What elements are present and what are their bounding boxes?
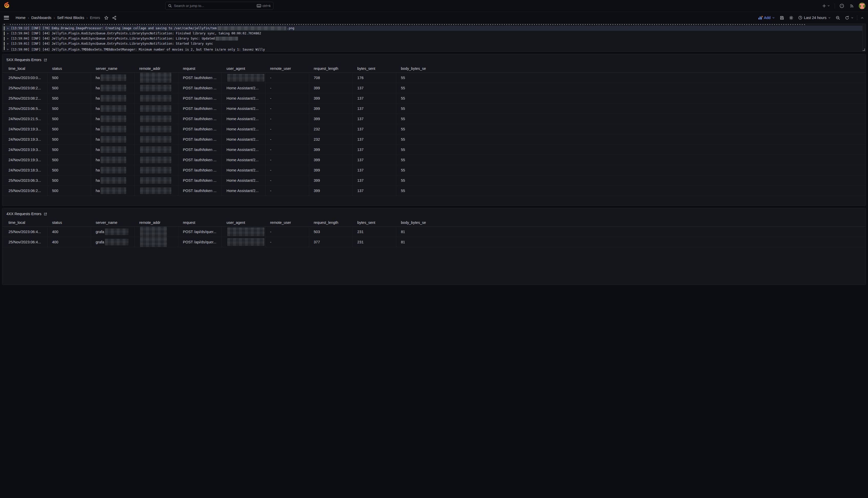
column-header-body_bytes_se[interactable]: body_bytes_se bbox=[396, 221, 434, 225]
log-row[interactable]: >[13:59:04] [INF] [44] Jellyfin.Plugin.K… bbox=[2, 36, 434, 41]
column-header-request_length[interactable]: request_length bbox=[309, 221, 353, 225]
cell-text: 399 bbox=[314, 117, 320, 121]
cell-text: POST /api/ds/quer... bbox=[183, 230, 216, 234]
table-cell: POST /auth/token ... bbox=[178, 134, 222, 144]
column-header-server_name[interactable]: server_name bbox=[91, 66, 135, 70]
cell-text: 137 bbox=[357, 96, 364, 100]
logs-panel: >[13:59:12] [INF] [70] Emby.Drawing.Imag… bbox=[2, 24, 434, 52]
redacted-text bbox=[227, 74, 265, 82]
table-cell bbox=[135, 155, 178, 165]
cell-text: 137 bbox=[357, 117, 364, 121]
cell-text: ha bbox=[96, 86, 100, 90]
expand-chevron-icon[interactable]: > bbox=[7, 37, 9, 40]
cell-text: POST /api/ds/quer... bbox=[183, 240, 216, 244]
table-row: 25/Nov/2023:06:3...500haPOST /auth/token… bbox=[2, 175, 434, 186]
menu-icon[interactable] bbox=[4, 16, 9, 19]
redacted-text bbox=[227, 227, 265, 236]
breadcrumb-dashboard-name[interactable]: Self Host Blocks bbox=[57, 16, 84, 20]
table-header: time_localstatusserver_nameremote_addrre… bbox=[2, 219, 434, 227]
cell-text: 399 bbox=[314, 189, 320, 193]
column-header-request_length[interactable]: request_length bbox=[309, 66, 353, 70]
column-header-remote_user[interactable]: remote_user bbox=[266, 221, 309, 225]
log-row[interactable]: >[13:59:04] [INF] [44] Jellyfin.Plugin.K… bbox=[2, 31, 434, 36]
log-row[interactable]: >[13:59:00] [INF] [44] Jellyfin.Plugin.T… bbox=[2, 46, 434, 52]
table-cell bbox=[135, 165, 178, 175]
top-nav: Search or jump to... ctrl+k ? bbox=[0, 0, 434, 12]
redacted-text bbox=[140, 146, 171, 153]
redacted-text bbox=[105, 228, 128, 235]
expand-chevron-icon[interactable]: > bbox=[7, 27, 9, 30]
column-header-bytes_sent[interactable]: bytes_sent bbox=[353, 221, 396, 225]
column-header-user_agent[interactable]: user_agent bbox=[222, 221, 266, 225]
log-message: [13:59:04] [INF] [44] Jellyfin.Plugin.Ko… bbox=[11, 31, 261, 35]
table-cell: 137 bbox=[353, 114, 396, 124]
log-row[interactable]: >[13:59:12] [INF] [70] Emby.Drawing.Imag… bbox=[2, 26, 434, 31]
log-row[interactable]: >[13:59:01] [INF] [44] Jellyfin.Plugin.K… bbox=[2, 41, 434, 46]
expand-chevron-icon[interactable]: > bbox=[7, 46, 9, 52]
column-header-request[interactable]: request bbox=[178, 221, 222, 225]
table-cell: 55 bbox=[396, 124, 434, 134]
external-link-icon[interactable] bbox=[44, 58, 47, 62]
table-cell: 137 bbox=[353, 93, 396, 103]
grafana-logo[interactable] bbox=[4, 2, 11, 9]
cell-text: 55 bbox=[401, 96, 405, 100]
redacted-text bbox=[100, 187, 126, 194]
panel-title[interactable]: 4XX Requests Errors bbox=[6, 212, 41, 216]
redacted-text bbox=[140, 126, 171, 132]
star-icon bbox=[104, 16, 109, 20]
search-input[interactable]: Search or jump to... ctrl+k bbox=[165, 2, 273, 10]
share-button[interactable] bbox=[112, 16, 117, 20]
redacted-text bbox=[100, 146, 126, 153]
panel-title[interactable]: 5XX Requests Errors bbox=[6, 58, 41, 62]
table-cell: Home Assistant/2... bbox=[222, 93, 266, 103]
table-cell: 24/Nov/2023:19:3... bbox=[4, 155, 48, 165]
table-cell: 55 bbox=[396, 114, 434, 124]
log-message: [13:59:00] [INF] [44] Jellyfin.Plugin.TM… bbox=[11, 46, 265, 52]
table-cell: 232 bbox=[309, 134, 353, 144]
table-cell: POST /auth/token ... bbox=[178, 73, 222, 83]
table-cell: 25/Nov/2023:08:2... bbox=[4, 83, 48, 93]
column-header-request[interactable]: request bbox=[178, 66, 222, 70]
column-header-body_bytes_se[interactable]: body_bytes_se bbox=[396, 66, 434, 70]
table-cell bbox=[135, 175, 178, 185]
table-cell: 500 bbox=[48, 186, 91, 196]
table-cell: 24/Nov/2023:19:3... bbox=[4, 134, 48, 144]
table-cell: 500 bbox=[48, 165, 91, 175]
cell-text: 399 bbox=[314, 168, 320, 172]
column-header-time_local[interactable]: time_local bbox=[4, 221, 48, 225]
redacted-text bbox=[105, 239, 128, 245]
table-cell: 399 bbox=[309, 93, 353, 103]
table-cell: 137 bbox=[353, 124, 396, 134]
column-header-time_local[interactable]: time_local bbox=[4, 66, 48, 70]
column-header-status[interactable]: status bbox=[48, 66, 91, 70]
column-header-server_name[interactable]: server_name bbox=[91, 221, 135, 225]
favorite-star-button[interactable] bbox=[104, 16, 109, 20]
column-header-remote_addr[interactable]: remote_addr bbox=[135, 66, 178, 70]
column-header-user_agent[interactable]: user_agent bbox=[222, 66, 266, 70]
table-cell: 55 bbox=[396, 155, 434, 165]
column-header-remote_user[interactable]: remote_user bbox=[266, 66, 309, 70]
cell-text: 25/Nov/2023:06:4... bbox=[9, 230, 41, 234]
table-cell: 399 bbox=[309, 145, 353, 155]
cell-text: 55 bbox=[401, 158, 405, 162]
table-cell: ha bbox=[91, 165, 135, 175]
column-header-bytes_sent[interactable]: bytes_sent bbox=[353, 66, 396, 70]
expand-chevron-icon[interactable]: > bbox=[7, 32, 9, 35]
breadcrumb-dashboards[interactable]: Dashboards bbox=[31, 16, 51, 20]
expand-chevron-icon[interactable]: > bbox=[7, 42, 9, 45]
table-cell: 55 bbox=[396, 186, 434, 196]
cell-text: - bbox=[270, 168, 271, 172]
column-header-status[interactable]: status bbox=[48, 221, 91, 225]
log-message: [13:59:01] [INF] [44] Jellyfin.Plugin.Ko… bbox=[11, 42, 213, 45]
redacted-text bbox=[140, 95, 171, 102]
cell-text: POST /auth/token ... bbox=[183, 168, 216, 172]
breadcrumb-home[interactable]: Home bbox=[16, 16, 26, 20]
cell-text: 25/Nov/2023:06:4... bbox=[9, 240, 41, 244]
table-cell: Home Assistant/2... bbox=[222, 124, 266, 134]
cell-text: Home Assistant/2... bbox=[227, 117, 259, 121]
external-link-icon[interactable] bbox=[44, 212, 47, 216]
column-header-remote_addr[interactable]: remote_addr bbox=[135, 221, 178, 225]
cell-text: 231 bbox=[357, 230, 364, 234]
cell-text: Home Assistant/2... bbox=[227, 96, 259, 100]
table-cell: 137 bbox=[353, 155, 396, 165]
